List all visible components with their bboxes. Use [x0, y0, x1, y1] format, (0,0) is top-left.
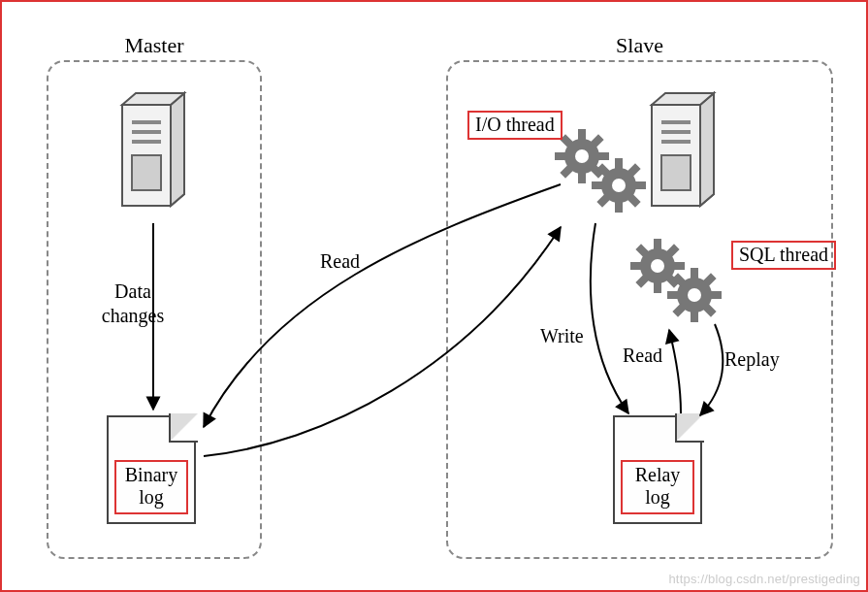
- data-changes-label: Data changes: [89, 280, 177, 328]
- svg-rect-7: [661, 155, 691, 190]
- replay-label: Replay: [724, 347, 780, 372]
- io-thread-label: I/O thread: [467, 111, 563, 140]
- sql-thread-label: SQL thread: [731, 241, 836, 270]
- master-title: Master: [48, 33, 260, 58]
- sql-thread-gears-icon: [621, 233, 727, 335]
- master-server-icon: [111, 87, 198, 228]
- write-label: Write: [540, 324, 584, 348]
- svg-rect-2: [132, 140, 161, 144]
- svg-rect-6: [661, 140, 691, 144]
- relay-log-label: Relay log: [621, 460, 694, 514]
- slave-title: Slave: [448, 33, 831, 58]
- svg-rect-1: [132, 130, 161, 134]
- binary-log-doc: Binary log: [107, 415, 196, 524]
- svg-rect-3: [132, 155, 161, 190]
- svg-rect-5: [661, 130, 691, 134]
- svg-rect-0: [132, 120, 161, 124]
- svg-rect-4: [661, 120, 691, 124]
- read2-label: Read: [623, 344, 662, 368]
- read-label: Read: [320, 249, 360, 274]
- slave-server-icon: [640, 87, 727, 228]
- binary-log-label: Binary log: [114, 460, 188, 514]
- diagram-frame: Master Slave: [0, 0, 868, 592]
- relay-log-doc: Relay log: [613, 415, 702, 524]
- watermark: https://blog.csdn.net/prestigeding: [668, 572, 860, 586]
